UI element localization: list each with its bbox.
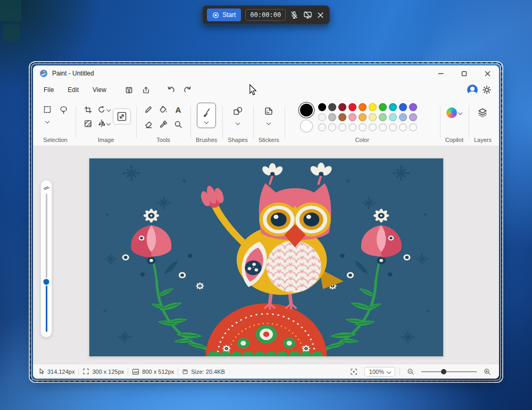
color-swatch[interactable] bbox=[409, 113, 417, 121]
zoom-out-button[interactable] bbox=[404, 366, 417, 378]
menu-item-file[interactable]: File bbox=[37, 83, 60, 96]
menu-item-edit[interactable]: Edit bbox=[61, 83, 85, 96]
slider-track[interactable] bbox=[46, 194, 47, 332]
text-tool-button[interactable]: A bbox=[171, 103, 185, 116]
color-swatch[interactable] bbox=[318, 103, 326, 111]
redo-button[interactable] bbox=[180, 83, 196, 97]
maximize-button[interactable] bbox=[452, 65, 476, 81]
color-swatch[interactable] bbox=[359, 113, 367, 121]
rectangle-select-button[interactable] bbox=[40, 103, 54, 116]
custom-color-slot[interactable] bbox=[409, 123, 417, 131]
undo-button[interactable] bbox=[163, 83, 179, 97]
ribbon-group-brushes: Brushes bbox=[190, 98, 222, 146]
canvas-artwork[interactable] bbox=[89, 158, 443, 356]
color-swatch[interactable] bbox=[369, 103, 377, 111]
stickers-button[interactable] bbox=[262, 104, 276, 118]
image-size-indicator: 800 x 512px bbox=[132, 369, 174, 375]
pattern-icon bbox=[84, 120, 92, 128]
zoom-slider[interactable] bbox=[421, 371, 477, 372]
color-swatch[interactable] bbox=[389, 113, 397, 121]
layers-button[interactable] bbox=[476, 106, 489, 120]
cursor-position-indicator: 314,124px bbox=[38, 368, 74, 375]
display-muted-button[interactable] bbox=[303, 8, 312, 22]
color-swatch[interactable] bbox=[338, 113, 346, 121]
flip-icon bbox=[97, 119, 106, 128]
zoom-slider-thumb[interactable] bbox=[441, 369, 446, 374]
chevron-down-icon bbox=[45, 119, 49, 123]
slider-thumb[interactable] bbox=[44, 279, 49, 285]
selection-options-chevron[interactable] bbox=[45, 119, 50, 124]
edit-color-button[interactable] bbox=[422, 103, 425, 105]
save-button[interactable] bbox=[121, 83, 137, 97]
color-swatch[interactable] bbox=[318, 113, 326, 121]
eraser-icon bbox=[144, 120, 153, 129]
custom-color-slot[interactable] bbox=[379, 123, 387, 131]
copilot-icon bbox=[446, 107, 457, 118]
shapes-button[interactable] bbox=[231, 104, 245, 118]
settings-button[interactable] bbox=[479, 83, 495, 97]
color-swatch[interactable] bbox=[409, 103, 417, 111]
eraser-tool-button[interactable] bbox=[142, 118, 155, 131]
palette-row-1 bbox=[318, 103, 417, 111]
menu-item-view[interactable]: View bbox=[86, 83, 113, 96]
chevron-down-icon bbox=[236, 121, 240, 125]
background-color-swatch[interactable] bbox=[300, 120, 313, 132]
custom-color-slot[interactable] bbox=[369, 123, 377, 131]
desktop-icon[interactable] bbox=[0, 0, 21, 21]
crop-button[interactable] bbox=[81, 103, 95, 116]
color-swatch[interactable] bbox=[369, 113, 377, 121]
brush-size-slider[interactable] bbox=[40, 180, 52, 338]
fill-tool-button[interactable] bbox=[156, 103, 170, 116]
zoom-in-button[interactable] bbox=[481, 366, 494, 378]
custom-color-slot[interactable] bbox=[318, 123, 326, 131]
selection-size-icon bbox=[82, 368, 89, 375]
custom-color-slot[interactable] bbox=[359, 123, 367, 131]
custom-color-slot[interactable] bbox=[338, 123, 346, 131]
color-swatch[interactable] bbox=[348, 113, 356, 121]
color-swatch[interactable] bbox=[399, 103, 407, 111]
microphone-muted-button[interactable] bbox=[290, 8, 298, 22]
fit-to-screen-button[interactable] bbox=[347, 366, 360, 378]
color-swatch[interactable] bbox=[328, 103, 336, 111]
copilot-button[interactable] bbox=[445, 106, 463, 120]
image-size-value: 800 x 512px bbox=[142, 369, 174, 375]
eyedropper-tool-button[interactable] bbox=[156, 118, 170, 131]
custom-color-slot[interactable] bbox=[389, 123, 397, 131]
color-swatch[interactable] bbox=[379, 103, 387, 111]
flip-button[interactable] bbox=[97, 116, 111, 130]
close-button[interactable] bbox=[476, 65, 499, 81]
color-swatch[interactable] bbox=[359, 103, 367, 111]
zoom-dropdown[interactable]: 100% bbox=[364, 367, 395, 376]
account-avatar[interactable] bbox=[467, 85, 478, 95]
display-muted-icon bbox=[303, 11, 312, 19]
minimize-button[interactable] bbox=[429, 65, 452, 81]
layers-group-label: Layers bbox=[474, 137, 492, 143]
stickers-chevron[interactable] bbox=[266, 120, 271, 125]
pattern-fill-button[interactable] bbox=[81, 116, 95, 130]
color-swatch[interactable] bbox=[348, 103, 356, 111]
crop-icon bbox=[84, 106, 92, 114]
titlebar[interactable]: Paint - Untitled bbox=[33, 65, 499, 81]
desktop-icon[interactable] bbox=[3, 24, 20, 41]
pencil-tool-button[interactable] bbox=[142, 103, 155, 116]
custom-color-slot[interactable] bbox=[348, 123, 356, 131]
shapes-chevron[interactable] bbox=[235, 120, 240, 125]
custom-color-slot[interactable] bbox=[399, 123, 407, 131]
color-swatch[interactable] bbox=[399, 113, 407, 121]
lasso-select-button[interactable] bbox=[56, 103, 70, 116]
start-recording-button[interactable]: Start bbox=[207, 9, 241, 21]
rotate-button[interactable] bbox=[97, 103, 111, 116]
magnifier-tool-button[interactable] bbox=[171, 118, 185, 131]
text-tool-icon: A bbox=[176, 105, 181, 114]
color-swatch[interactable] bbox=[338, 103, 346, 111]
chevron-down-icon bbox=[106, 121, 111, 125]
recorder-close-button[interactable] bbox=[317, 8, 325, 22]
foreground-color-swatch[interactable] bbox=[300, 104, 313, 116]
color-swatch[interactable] bbox=[328, 113, 336, 121]
color-swatch[interactable] bbox=[389, 103, 397, 111]
custom-color-slot[interactable] bbox=[328, 123, 336, 131]
brushes-button[interactable] bbox=[197, 103, 216, 128]
color-swatch[interactable] bbox=[379, 113, 387, 121]
share-button[interactable] bbox=[138, 83, 154, 97]
resize-image-button[interactable] bbox=[113, 108, 131, 124]
